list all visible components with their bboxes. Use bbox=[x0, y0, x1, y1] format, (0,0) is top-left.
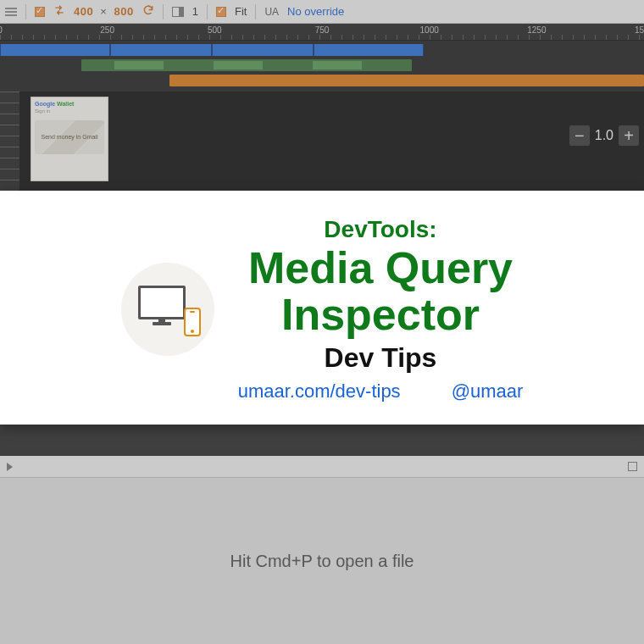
thumb-sub: Sign in bbox=[35, 108, 104, 114]
card-headline: Media Query Inspector bbox=[238, 245, 524, 337]
separator bbox=[163, 4, 164, 19]
zoom-in-button[interactable]: + bbox=[619, 125, 639, 146]
separator bbox=[255, 4, 256, 19]
open-file-hint: Hit Cmd+P to open a file bbox=[230, 552, 414, 571]
ua-value[interactable]: No override bbox=[287, 5, 344, 18]
ruler-tick: 1250 bbox=[527, 25, 546, 35]
zoom-out-button[interactable]: − bbox=[569, 125, 590, 146]
emulation-checkbox[interactable] bbox=[35, 7, 45, 17]
title-card: DevTools: Media Query Inspector Dev Tips… bbox=[0, 191, 644, 425]
swap-dimensions-icon[interactable] bbox=[53, 4, 65, 19]
device-toolbar: 400 × 800 1 Fit UA No override bbox=[0, 0, 644, 24]
zoom-value: 1.0 bbox=[595, 128, 613, 143]
thumb-hero: Send money in Gmail bbox=[35, 120, 104, 154]
mq-bar-min-width[interactable] bbox=[169, 75, 644, 86]
mq-bar-max-width[interactable] bbox=[0, 44, 424, 56]
devices-badge-icon bbox=[121, 263, 214, 356]
link-site[interactable]: umaar.com/dev-tips bbox=[238, 380, 401, 402]
dimension-x: × bbox=[97, 5, 110, 18]
play-icon[interactable] bbox=[7, 463, 13, 471]
refresh-icon[interactable] bbox=[142, 4, 154, 19]
drag-grip-icon bbox=[5, 8, 17, 16]
ruler-tick: 0 bbox=[0, 25, 3, 35]
thumb-brand-a: Google bbox=[35, 101, 55, 107]
mq-bar-min-max[interactable] bbox=[81, 59, 412, 71]
link-handle[interactable]: @umaar bbox=[452, 380, 524, 402]
fit-checkbox[interactable] bbox=[216, 7, 226, 17]
separator bbox=[207, 4, 208, 19]
thumb-brand-b: Wallet bbox=[57, 101, 74, 107]
media-query-inspector bbox=[0, 41, 644, 92]
panel-toggle-icon[interactable] bbox=[628, 462, 637, 471]
card-eyebrow: DevTools: bbox=[238, 216, 524, 243]
dock-icon[interactable] bbox=[172, 7, 184, 17]
separator bbox=[25, 4, 26, 19]
zoom-control: − 1.0 + bbox=[569, 125, 639, 146]
emulated-viewport: Google Wallet Sign in Send money in Gmai… bbox=[0, 92, 644, 192]
phone-icon bbox=[184, 308, 201, 336]
sources-panel: Hit Cmd+P to open a file bbox=[0, 456, 644, 644]
card-subhead: Dev Tips bbox=[238, 342, 524, 374]
monitor-icon bbox=[138, 286, 186, 319]
ruler-tick: 250 bbox=[100, 25, 114, 35]
ua-label: UA bbox=[264, 6, 279, 18]
vertical-ruler bbox=[0, 92, 20, 192]
viewport-width[interactable]: 400 bbox=[74, 5, 93, 18]
horizontal-ruler: 0250500750100012501500 bbox=[0, 24, 644, 41]
viewport-dimensions[interactable]: 400 × 800 bbox=[74, 5, 134, 18]
device-pixel-ratio[interactable]: 1 bbox=[192, 5, 198, 18]
sources-toolbar bbox=[0, 456, 644, 478]
viewport-height[interactable]: 800 bbox=[114, 5, 134, 18]
ruler-tick: 750 bbox=[315, 25, 330, 35]
page-thumbnail[interactable]: Google Wallet Sign in Send money in Gmai… bbox=[31, 97, 108, 181]
ruler-tick: 500 bbox=[208, 25, 222, 35]
ruler-tick: 1500 bbox=[635, 25, 644, 35]
fit-label: Fit bbox=[235, 5, 247, 18]
ruler-tick: 1000 bbox=[420, 25, 439, 35]
